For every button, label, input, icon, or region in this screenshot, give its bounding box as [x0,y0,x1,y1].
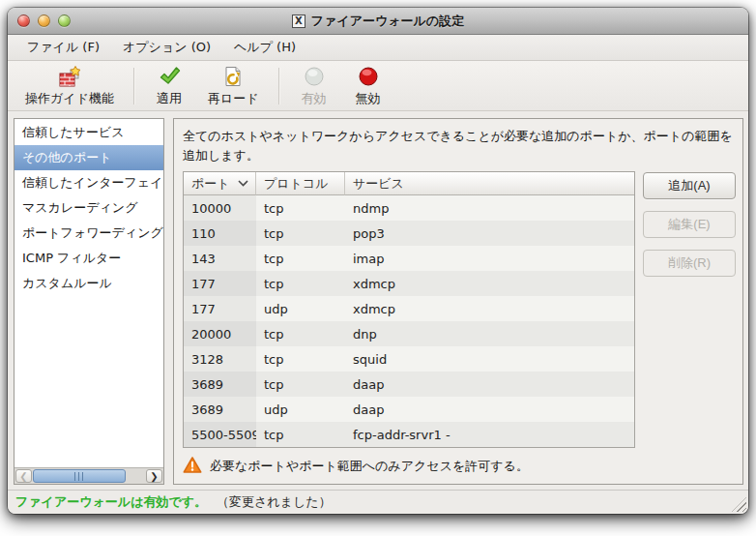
table-cell: 20000 [184,321,256,346]
table-row[interactable]: 20000tcpdnp [184,321,634,346]
table-cell: xdmcp [345,296,634,321]
table-cell: daap [345,372,634,397]
table-cell: 110 [184,221,256,246]
table-cell: tcp [256,321,345,346]
table-row[interactable]: 177udpxdmcp [184,296,634,321]
apply-button-label: 適用 [157,90,182,107]
add-button[interactable]: 追加(A) [643,172,736,199]
table-row[interactable]: 5500-5509tcpfcp-addr-srvr1 - [184,422,634,447]
edit-button: 編集(E) [643,211,736,238]
sidebar-item-1[interactable]: その他のポート [15,145,163,170]
changed-text: （変更されました） [217,493,332,511]
firewall-config-window: X ファイアーウォールの設定 ファイル (F) オプション (O) ヘルプ (H… [8,8,748,514]
sidebar: 信頼したサービスその他のポート信頼したインターフェイマスカレーディングポートフォ… [14,118,164,485]
table-row[interactable]: 110tcppop3 [184,221,634,246]
table-cell: tcp [256,246,345,271]
resize-grip[interactable] [732,497,746,512]
ports-table-body: 10000tcpndmp110tcppop3143tcpimap177tcpxd… [184,195,634,447]
table-cell: 3128 [184,346,256,372]
enable-gray-circle-icon [302,64,326,88]
sidebar-item-5[interactable]: ICMP フィルター [15,246,163,271]
minimize-button[interactable] [38,15,50,27]
panel-description: 全てのホストやネットワークからアクセスできることが必要な追加のポートか、ポートの… [183,127,736,165]
table-row[interactable]: 143tcpimap [184,246,634,271]
table-cell: tcp [256,372,345,397]
menu-help[interactable]: ヘルプ (H) [224,36,305,59]
table-cell: 3689 [184,372,256,397]
table-row[interactable]: 3689tcpdaap [184,372,634,397]
table-cell: tcp [256,271,345,296]
close-button[interactable] [17,15,30,27]
warning-row: 必要なポートやポート範囲へのみアクセスを許可する。 [183,455,736,478]
disable-button[interactable]: 無効 [341,61,395,110]
table-and-actions: ポート プロトコル サービス [183,171,736,448]
table-header: ポート プロトコル サービス [184,172,634,195]
firewall-status-text: ファイアーウォールは有効です。 [15,493,207,511]
statusbar: ファイアーウォールは有効です。 （変更されました） [8,490,748,514]
table-cell: tcp [256,195,345,221]
table-cell: 177 [184,271,256,296]
content-area: 信頼したサービスその他のポート信頼したインターフェイマスカレーディングポートフォ… [8,111,748,490]
table-cell: tcp [256,422,345,447]
menu-options[interactable]: オプション (O) [113,36,220,59]
table-cell: udp [256,296,345,321]
sidebar-item-6[interactable]: カスタムルール [15,271,163,296]
titlebar: X ファイアーウォールの設定 [8,8,748,35]
window-title: ファイアーウォールの設定 [311,13,464,30]
sidebar-item-2[interactable]: 信頼したインターフェイ [15,170,163,195]
table-cell: tcp [256,346,345,372]
scrollbar-thumb[interactable] [33,469,126,483]
apply-button[interactable]: 適用 [142,61,196,110]
column-header-service-label: サービス [353,175,404,193]
action-buttons: 追加(A) 編集(E) 削除(R) [643,171,736,448]
table-cell: 5500-5509 [184,422,256,447]
sidebar-item-3[interactable]: マスカレーディング [15,195,163,221]
firewall-wizard-icon [57,64,81,88]
ports-panel: 全てのホストやネットワークからアクセスできることが必要な追加のポートか、ポートの… [173,118,743,485]
desktop: X ファイアーウォールの設定 ファイル (F) オプション (O) ヘルプ (H… [0,0,756,536]
table-cell: fcp-addr-srvr1 - [345,422,634,447]
table-cell: 177 [184,296,256,321]
table-row[interactable]: 10000tcpndmp [184,195,634,221]
wizard-button-label: 操作ガイド機能 [25,90,114,107]
sidebar-item-4[interactable]: ポートフォワーディング [15,221,163,246]
table-cell: daap [345,397,634,422]
sort-descending-icon [238,180,248,187]
column-header-port[interactable]: ポート [184,172,256,195]
zoom-button[interactable] [58,15,71,27]
sidebar-item-0[interactable]: 信頼したサービス [15,120,163,145]
table-cell: 3689 [184,397,256,422]
x-window-icon: X [292,15,305,28]
disable-button-label: 無効 [356,90,381,107]
table-cell: squid [345,346,634,372]
column-header-service[interactable]: サービス [345,172,634,195]
reload-button[interactable]: 再ロード [196,61,271,110]
table-cell: dnp [345,321,634,346]
table-cell: udp [256,397,345,422]
column-header-protocol-label: プロトコル [264,175,329,193]
menubar: ファイル (F) オプション (O) ヘルプ (H) [8,35,748,61]
table-cell: xdmcp [345,271,634,296]
table-cell: imap [345,246,634,271]
toolbar-separator [133,68,134,104]
window-title-group: X ファイアーウォールの設定 [292,13,464,30]
scrollbar-grip-icon [74,472,85,481]
scroll-left-arrow-icon[interactable]: ❮ [15,469,32,483]
scroll-right-arrow-icon[interactable]: ❯ [146,469,162,483]
window-controls [17,8,71,34]
wizard-button[interactable]: 操作ガイド機能 [14,61,126,110]
reload-button-label: 再ロード [208,90,259,107]
table-row[interactable]: 3689udpdaap [184,397,634,422]
scrollbar-track[interactable] [126,468,145,484]
warning-text: 必要なポートやポート範囲へのみアクセスを許可する。 [210,458,529,475]
toolbar: 操作ガイド機能 適用 [8,61,748,111]
enable-button: 有効 [287,61,341,110]
ports-table: ポート プロトコル サービス [183,171,635,448]
table-row[interactable]: 3128tcpsquid [184,346,634,372]
enable-button-label: 有効 [302,90,327,107]
table-cell: 143 [184,246,256,271]
column-header-protocol[interactable]: プロトコル [256,172,345,195]
menu-file[interactable]: ファイル (F) [17,36,109,59]
sidebar-horizontal-scrollbar: ❮ ❯ [15,467,163,484]
table-row[interactable]: 177tcpxdmcp [184,271,634,296]
